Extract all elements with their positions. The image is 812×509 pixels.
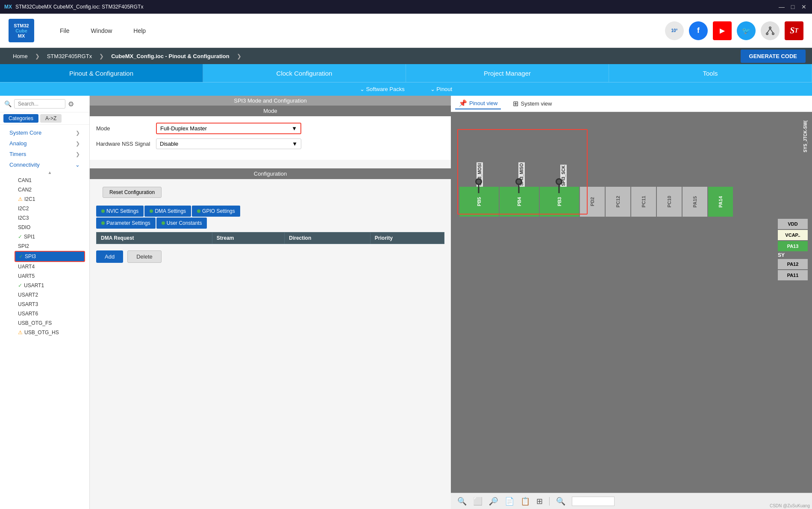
sidebar-item-spi1[interactable]: ✓ SPI1 <box>15 232 85 241</box>
breadcrumb-project[interactable]: CubeMX_Config.ioc - Pinout & Configurati… <box>105 48 236 64</box>
sidebar-item-usart1[interactable]: ✓ USART1 <box>15 281 85 290</box>
layers-icon[interactable]: 📋 <box>521 497 530 506</box>
sidebar-item-i2c1[interactable]: ⚠ I2C1 <box>15 194 85 204</box>
anniversary-icon: 10° <box>665 21 684 40</box>
sidebar-item-can2[interactable]: CAN2 <box>15 185 85 194</box>
sidebar-item-i2c2[interactable]: I2C2 <box>15 204 85 213</box>
search-chip-icon[interactable]: 🔍 <box>556 497 565 506</box>
col-direction: Direction <box>285 232 371 244</box>
mode-section-header: Mode <box>90 106 451 116</box>
sidebar-item-usart6[interactable]: USART6 <box>15 309 85 318</box>
nvic-settings-button[interactable]: NVIC Settings <box>96 206 144 217</box>
sidebar-item-timers[interactable]: Timers ❯ <box>4 149 85 159</box>
pin-vdd[interactable]: VDD <box>778 219 808 229</box>
reset-configuration-button[interactable]: Reset Configuration <box>103 187 162 198</box>
pin-pa12[interactable]: PA12 <box>778 259 808 269</box>
pin-pc10[interactable]: PC10 <box>657 187 682 217</box>
pin-pa11[interactable]: PA11 <box>778 270 808 280</box>
warn-icon: ⚠ <box>18 196 23 202</box>
dropdown-arrow-icon: ▼ <box>292 141 297 147</box>
search-row: 🔍 ⚙ <box>0 96 89 112</box>
sidebar-item-analog[interactable]: Analog ❯ <box>4 138 85 149</box>
copyright-text: CSDN @ZuSuKuang <box>770 503 810 508</box>
sidebar-item-spi3[interactable]: ✓ SPI3 <box>15 251 85 262</box>
pin-vcap[interactable]: VCAP.. <box>778 230 808 240</box>
gear-icon[interactable]: ⚙ <box>68 100 74 108</box>
active-indicator <box>101 221 105 225</box>
youtube-icon[interactable]: ▶ <box>713 21 732 40</box>
twitter-icon[interactable]: 🐦 <box>737 21 756 40</box>
view-selector: 📌 Pinout view ⊞ System view <box>451 96 812 112</box>
subtab-pinout[interactable]: ⌄ Pinout <box>430 86 452 92</box>
pin-pa14[interactable]: PA14 <box>708 187 733 217</box>
sidebar: 🔍 ⚙ Categories A->Z System Core ❯ Analog… <box>0 96 90 509</box>
parameter-settings-button[interactable]: Parameter Settings <box>96 218 156 229</box>
menu-help[interactable]: Help <box>133 27 146 34</box>
tab-pinout[interactable]: Pinout & Configuration <box>0 64 203 82</box>
pinout-view-option[interactable]: 📌 Pinout view <box>455 98 501 109</box>
chevron-right-icon: ❯ <box>76 141 80 147</box>
view-tab-categories[interactable]: Categories <box>3 114 38 123</box>
view-tab-atoz[interactable]: A->Z <box>40 114 62 123</box>
sidebar-item-uart5[interactable]: UART5 <box>15 271 85 281</box>
maximize-button[interactable]: □ <box>789 3 797 11</box>
check-icon: ✓ <box>19 253 23 259</box>
delete-button[interactable]: Delete <box>127 250 162 263</box>
dma-settings-button[interactable]: DMA Settings <box>144 206 191 217</box>
pin-pc12[interactable]: PC12 <box>606 187 630 217</box>
zoom-out-icon[interactable]: 🔍 <box>457 497 467 506</box>
mode-select[interactable]: Full-Duplex Master ▼ <box>156 123 301 134</box>
minimize-button[interactable]: — <box>778 3 786 11</box>
pinout-view-icon: 📌 <box>459 99 467 107</box>
sidebar-item-usart2[interactable]: USART2 <box>15 290 85 300</box>
tab-project[interactable]: Project Manager <box>406 64 609 82</box>
right-panel: 📌 Pinout view ⊞ System view SYS_JTCK-SW(… <box>451 96 812 509</box>
mode-section: Mode Full-Duplex Master ▼ Hardware NSS S… <box>90 116 451 160</box>
facebook-icon[interactable]: f <box>689 21 708 40</box>
sidebar-item-usb-otg-fs[interactable]: USB_OTG_FS <box>15 318 85 328</box>
sidebar-item-connectivity[interactable]: Connectivity ⌄ <box>4 159 85 170</box>
pa13-sy-row: SY <box>778 252 808 258</box>
hardware-nss-select[interactable]: Disable ▼ <box>156 138 301 149</box>
sidebar-item-system-core[interactable]: System Core ❯ <box>4 127 85 138</box>
pin-pa13[interactable]: PA13 <box>778 241 808 251</box>
pin-pa15[interactable]: PA15 <box>683 187 707 217</box>
generate-code-button[interactable]: GENERATE CODE <box>741 50 806 63</box>
sidebar-item-usart3[interactable]: USART3 <box>15 300 85 309</box>
add-button[interactable]: Add <box>96 250 123 263</box>
subtab-software-packs[interactable]: ⌄ Software Packs <box>360 86 405 92</box>
sidebar-item-uart4[interactable]: UART4 <box>15 262 85 271</box>
sidebar-item-sdio[interactable]: SDIO <box>15 223 85 232</box>
sidebar-item-i2c3[interactable]: I2C3 <box>15 213 85 223</box>
breadcrumb-chip[interactable]: STM32F405RGTx <box>41 48 98 64</box>
svg-point-2 <box>772 33 774 35</box>
window-controls[interactable]: — □ ✕ <box>778 3 808 11</box>
chip-search-input[interactable] <box>572 497 615 506</box>
menu-file[interactable]: File <box>60 27 70 34</box>
logo-box: STM32 Cube MX <box>9 19 34 42</box>
document-icon[interactable]: 📄 <box>505 497 514 506</box>
sidebar-item-can1[interactable]: CAN1 <box>15 176 85 185</box>
breadcrumb-home[interactable]: Home <box>6 48 34 64</box>
search-input[interactable] <box>14 99 65 109</box>
tab-clock[interactable]: Clock Configuration <box>203 64 406 82</box>
system-view-option[interactable]: ⊞ System view <box>509 98 555 109</box>
selected-pins-border <box>457 129 588 215</box>
sidebar-item-usb-otg-hs[interactable]: ⚠ USB_OTG_HS <box>15 328 85 337</box>
zoom-in-icon[interactable]: 🔍 <box>489 497 498 506</box>
tab-tools[interactable]: Tools <box>609 64 812 82</box>
sidebar-section: System Core ❯ Analog ❯ Timers ❯ Connecti… <box>0 125 89 340</box>
gpio-settings-button[interactable]: GPIO Settings <box>192 206 240 217</box>
bottom-buttons: Add Delete <box>90 244 451 269</box>
st-icon[interactable]: ST <box>785 21 803 40</box>
warn-icon: ⚠ <box>18 330 23 335</box>
grid-icon[interactable]: ⊞ <box>536 497 543 506</box>
sidebar-item-spi2[interactable]: SPI2 <box>15 241 85 251</box>
user-constants-button[interactable]: User Constants <box>156 218 207 229</box>
close-button[interactable]: ✕ <box>800 3 808 11</box>
frame-icon[interactable]: ⬜ <box>473 497 482 506</box>
menu-window[interactable]: Window <box>91 27 112 34</box>
pin-pc11[interactable]: PC11 <box>631 187 656 217</box>
svg-line-4 <box>770 29 773 33</box>
network-icon[interactable] <box>761 21 780 40</box>
